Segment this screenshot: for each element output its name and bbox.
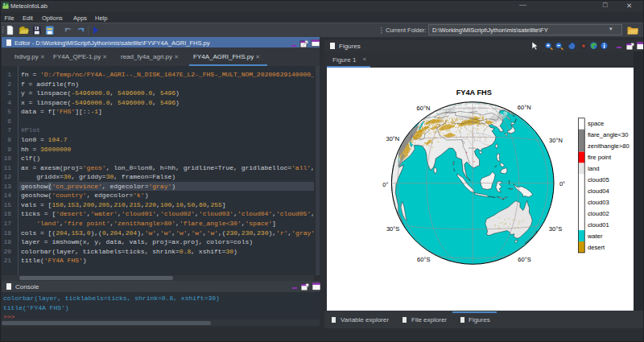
svg-text:fire point: fire point: [588, 154, 612, 161]
svg-text:0°: 0°: [559, 180, 565, 187]
svg-text:30°S: 30°S: [549, 225, 562, 233]
svg-text:cloud01: cloud01: [588, 221, 609, 229]
svg-text:desert: desert: [588, 244, 605, 251]
svg-text:water: water: [587, 233, 603, 240]
svg-text:cloud04: cloud04: [588, 187, 609, 195]
svg-text:flare_angle<30: flare_angle<30: [588, 131, 628, 138]
svg-text:60°S: 60°S: [417, 256, 430, 263]
svg-text:cloud05: cloud05: [588, 176, 609, 183]
svg-text:60°N: 60°N: [417, 105, 431, 112]
svg-text:30°N: 30°N: [386, 135, 400, 142]
svg-text:zenithangle>80: zenithangle>80: [588, 142, 630, 150]
svg-text:0°: 0°: [382, 181, 388, 188]
svg-text:land: land: [588, 165, 599, 172]
svg-text:60°S: 60°S: [518, 256, 530, 263]
svg-text:60°N: 60°N: [518, 104, 531, 111]
svg-text:30°S: 30°S: [386, 225, 399, 233]
svg-text:space: space: [588, 120, 604, 127]
svg-text:cloud02: cloud02: [588, 210, 609, 217]
svg-text:cloud03: cloud03: [588, 199, 609, 206]
svg-text:30°N: 30°N: [549, 137, 563, 144]
svg-text:FY4A FHS: FY4A FHS: [456, 89, 492, 97]
